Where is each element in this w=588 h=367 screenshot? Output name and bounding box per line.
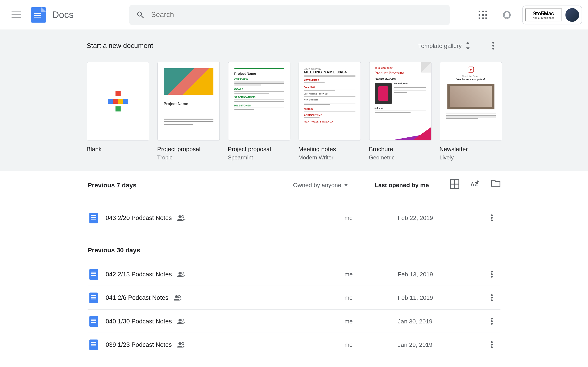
brand-logo-text: 9to5Mac xyxy=(533,10,554,17)
notifications-button[interactable] xyxy=(498,6,515,23)
search-input[interactable] xyxy=(151,10,443,19)
template-title: Newsletter xyxy=(439,146,502,152)
doc-name: 039 1/23 Podcast Notes xyxy=(106,341,172,348)
doc-date: Jan 29, 2019 xyxy=(398,341,483,348)
template-thumb: Project Name overview goals specificatio… xyxy=(228,62,290,141)
template-newsletter[interactable]: ♥ Newsletter Report We have a surprise! … xyxy=(439,62,502,161)
doc-name: 043 2/20 Podcast Notes xyxy=(106,215,172,221)
header-right: 9to5Mac Apple Intelligence xyxy=(474,5,582,24)
doc-more-button[interactable] xyxy=(483,341,500,348)
svg-point-28 xyxy=(178,295,180,298)
svg-point-38 xyxy=(182,342,184,345)
document-row[interactable]: 040 1/30 Podcast Notes me Jan 30, 2019 xyxy=(88,309,501,333)
template-spearmint[interactable]: Project Name overview goals specificatio… xyxy=(228,62,290,161)
brand-logo-sub: Apple Intelligence xyxy=(533,17,554,19)
template-title: Brochure xyxy=(369,146,431,152)
doc-date: Feb 22, 2019 xyxy=(398,215,483,221)
doc-icon xyxy=(89,269,98,280)
thumb-text: Product Overview xyxy=(374,78,426,80)
template-title: Project proposal xyxy=(228,146,290,152)
svg-point-12 xyxy=(492,48,493,50)
svg-point-21 xyxy=(491,219,493,221)
apps-grid-icon xyxy=(479,10,487,19)
svg-point-17 xyxy=(179,215,181,218)
template-thumb: ♥ Newsletter Report We have a surprise! xyxy=(439,62,502,141)
template-brochure[interactable]: Your Company Product Brochure Product Ov… xyxy=(369,62,431,161)
group-heading: Previous 30 days xyxy=(88,246,501,254)
template-gallery-button[interactable]: Template gallery xyxy=(413,39,476,52)
svg-point-34 xyxy=(491,318,493,319)
more-vert-icon xyxy=(491,215,493,221)
shared-icon xyxy=(173,295,182,301)
owned-by-dropdown[interactable]: Owned by anyone xyxy=(288,180,353,190)
owned-by-label: Owned by anyone xyxy=(293,181,341,188)
more-vert-icon xyxy=(491,294,493,301)
more-vert-icon xyxy=(492,42,493,50)
doc-date: Feb 11, 2019 xyxy=(398,294,483,301)
more-vert-icon xyxy=(491,341,493,348)
template-subtitle: Tropic xyxy=(157,154,220,161)
thumb-text: We have a surprise! xyxy=(446,77,495,81)
avatar[interactable] xyxy=(565,8,579,22)
template-subtitle: Geometric xyxy=(369,154,431,161)
document-row[interactable]: 042 2/13 Podcast Notes me Feb 13, 2019 xyxy=(88,262,501,286)
template-strip: Start a new document Template gallery Bl xyxy=(0,29,588,171)
document-row[interactable]: 043 2/20 Podcast Notes me Feb 22, 2019 xyxy=(88,206,501,229)
svg-point-22 xyxy=(179,272,181,275)
shared-icon xyxy=(177,342,185,348)
doc-more-button[interactable] xyxy=(483,215,500,221)
doc-owner: me xyxy=(338,215,359,221)
doc-owner: me xyxy=(338,271,359,278)
template-strip-heading: Start a new document xyxy=(86,42,153,50)
document-row[interactable]: 041 2/6 Podcast Notes me Feb 11, 2019 xyxy=(88,286,501,309)
svg-point-35 xyxy=(491,320,493,322)
template-blank[interactable]: Blank xyxy=(86,62,149,161)
group-heading: Previous 7 days xyxy=(88,181,137,189)
svg-rect-3 xyxy=(479,14,480,16)
svg-point-18 xyxy=(182,216,184,218)
template-title: Blank xyxy=(86,146,149,152)
account-switcher[interactable]: 9to5Mac Apple Intelligence xyxy=(522,5,582,24)
template-meeting-notes[interactable]: YOUR COMPANY MEETING NAME 09/04 ATTENDEE… xyxy=(298,62,361,161)
sort-az-button[interactable]: AZ xyxy=(470,179,480,190)
doc-icon xyxy=(89,339,98,350)
hamburger-icon xyxy=(11,11,21,18)
svg-rect-5 xyxy=(485,14,487,16)
svg-point-30 xyxy=(491,297,493,298)
thumb-text: Project Name xyxy=(234,72,284,76)
document-row[interactable]: 039 1/23 Podcast Notes me Jan 29, 2019 xyxy=(88,333,501,356)
main-menu-button[interactable] xyxy=(6,5,26,25)
docs-logo-icon[interactable] xyxy=(31,7,46,23)
svg-rect-1 xyxy=(482,10,484,12)
template-tropic[interactable]: Project Name Project proposal Tropic xyxy=(157,62,220,161)
template-subtitle: Spearmint xyxy=(228,154,290,161)
thumb-text: Product Brochure xyxy=(374,71,426,75)
grid-view-button[interactable] xyxy=(450,179,459,190)
apps-grid-button[interactable] xyxy=(474,6,491,23)
template-more-button[interactable] xyxy=(484,37,502,54)
app-title: Docs xyxy=(52,9,73,20)
svg-point-29 xyxy=(491,294,493,296)
search-bar[interactable] xyxy=(129,5,450,25)
open-picker-button[interactable] xyxy=(491,179,501,190)
app-header: Docs 9to5Mac Apple Intelligence xyxy=(0,0,588,29)
svg-rect-6 xyxy=(479,17,480,19)
template-row: Blank Project Name Project proposal Trop… xyxy=(86,62,502,161)
doc-more-button[interactable] xyxy=(483,271,500,278)
template-title: Project proposal xyxy=(157,146,220,152)
template-thumb: Your Company Product Brochure Product Ov… xyxy=(369,62,431,141)
svg-point-11 xyxy=(492,45,493,47)
list-controls: Previous 7 days Owned by anyone Last ope… xyxy=(88,179,501,190)
doc-more-button[interactable] xyxy=(483,318,500,325)
unfold-icon xyxy=(465,42,470,50)
dropdown-icon xyxy=(344,184,348,186)
svg-rect-2 xyxy=(485,10,487,12)
svg-point-27 xyxy=(175,295,178,298)
thumb-text: MEETING NAME 09/04 xyxy=(304,70,355,74)
doc-icon xyxy=(89,212,98,223)
sort-label[interactable]: Last opened by me xyxy=(375,181,435,188)
doc-more-button[interactable] xyxy=(483,294,500,301)
template-thumb xyxy=(86,62,149,141)
svg-point-37 xyxy=(179,342,181,345)
doc-name: 041 2/6 Podcast Notes xyxy=(106,294,168,301)
